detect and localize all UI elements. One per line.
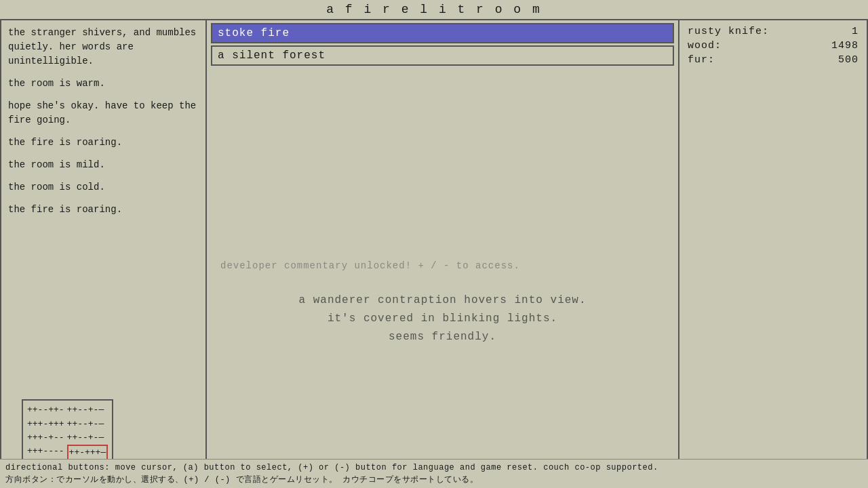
inventory-value: 500 xyxy=(825,54,859,66)
log-entry: the fire is roaring. xyxy=(8,203,199,217)
grid-cell-right: ++--+-— xyxy=(67,418,104,431)
status-line-1: directional buttons: move cursor, (a) bu… xyxy=(5,462,863,474)
inventory-row: wood:1498 xyxy=(688,40,859,52)
wanderer-message: a wanderer contraption hovers into view.… xyxy=(220,291,665,347)
wanderer-line-1: it's covered in blinking lights. xyxy=(220,310,665,328)
inventory-label: wood: xyxy=(688,40,825,52)
action-button-1[interactable]: a silent forest xyxy=(211,45,674,66)
grid-cell-right: ++--+-— xyxy=(67,431,104,445)
left-log-panel: the stranger shivers, and mumbles quietl… xyxy=(0,19,207,473)
grid-row: +++-+--++--+-— xyxy=(27,431,108,445)
grid-row: ++--++-++--+-— xyxy=(27,403,108,417)
wanderer-line-0: a wanderer contraption hovers into view. xyxy=(220,291,665,310)
inventory-list: rusty knife:1wood:1498fur:500 xyxy=(688,26,859,66)
grid-cell-left: +++-+++ xyxy=(27,418,64,431)
log-entry: the stranger shivers, and mumbles quietl… xyxy=(8,26,199,68)
status-line-2: 方向ボタン：でカーソルを動かし、選択する、(+) / (-) で言語とゲームリセ… xyxy=(5,474,863,486)
status-bar: directional buttons: move cursor, (a) bu… xyxy=(0,459,868,488)
developer-commentary-message: developer commentary unlocked! + / - to … xyxy=(220,260,665,271)
action-button-0[interactable]: stoke fire xyxy=(211,23,674,43)
center-panel: stoke firea silent forest developer comm… xyxy=(207,19,678,473)
center-content: developer commentary unlocked! + / - to … xyxy=(207,70,678,472)
log-entry: the room is mild. xyxy=(8,158,199,172)
log-entry: the fire is roaring. xyxy=(8,136,199,150)
page-title: a f i r e l i t r o o m xyxy=(0,0,868,19)
log-entry: the room is cold. xyxy=(8,180,199,195)
grid-row: +++-+++++--+-— xyxy=(27,418,108,431)
inventory-row: rusty knife:1 xyxy=(688,26,859,37)
inventory-row: fur:500 xyxy=(688,54,859,66)
wanderer-line-2: seems friendly. xyxy=(220,328,665,346)
grid-cell-right: ++--+-— xyxy=(67,403,104,417)
inventory-label: rusty knife: xyxy=(688,26,825,37)
inventory-label: fur: xyxy=(688,54,825,66)
inventory-value: 1 xyxy=(825,26,859,37)
action-buttons-container: stoke firea silent forest xyxy=(207,20,678,70)
grid-display: ++--++-++--+-—+++-+++++--+-—+++-+--++--+… xyxy=(22,399,113,465)
log-entry: the room is warm. xyxy=(8,77,199,91)
grid-cell-left: +++-+-- xyxy=(27,431,64,445)
inventory-value: 1498 xyxy=(825,40,859,52)
log-entry: hope she's okay. have to keep the fire g… xyxy=(8,99,199,127)
event-log: the stranger shivers, and mumbles quietl… xyxy=(8,26,199,217)
grid-cell-left: ++--++- xyxy=(27,403,64,417)
inventory-panel: rusty knife:1wood:1498fur:500 xyxy=(678,19,868,473)
